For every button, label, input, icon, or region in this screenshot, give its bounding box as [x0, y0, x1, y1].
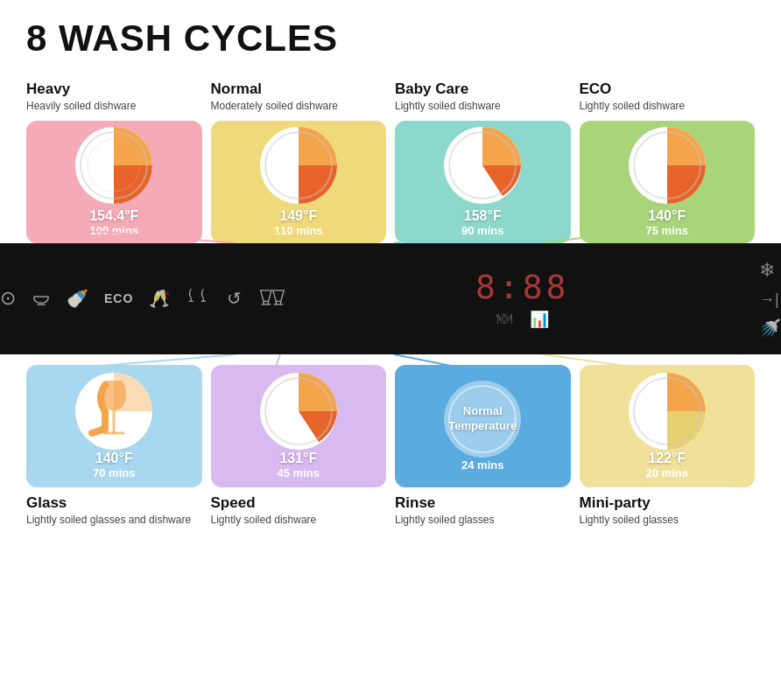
cycle-eco: ECO Lightly soiled dishware 140°F 75 min… [580, 80, 756, 243]
cycle-baby-label: Baby Care [395, 80, 571, 98]
plate-glass [74, 372, 153, 451]
cycle-glass-time: 70 mins [93, 466, 135, 480]
plate-rinse: NormalTemperature [443, 380, 522, 458]
wine-glasses-icon[interactable] [186, 287, 211, 311]
panel-left-icons: ⊙ 🍼 ECO 🥂 [0, 287, 285, 311]
page: 8 WASH CYCLES Heavy Heavily soiled dishw… [0, 0, 781, 536]
svg-line-23 [92, 354, 236, 367]
plate-normal [259, 126, 338, 205]
cycle-eco-desc: Lightly soiled dishware [580, 100, 756, 114]
cycle-speed: 131°F 45 mins Speed Lightly soiled dishw… [211, 365, 387, 528]
indicator-1: 🍽 [496, 310, 512, 329]
cycle-glass: 140°F 70 mins Glass Lightly soiled glass… [26, 365, 202, 528]
glass-icon[interactable]: 🥂 [149, 288, 171, 309]
cycle-heavy-temp: 154.4°F [89, 208, 138, 224]
cycle-heavy-visual: 154.4°F 100 mins [26, 121, 202, 243]
cycle-speed-desc: Lightly soiled dishware [211, 514, 387, 528]
cycle-glass-visual: 140°F 70 mins [26, 365, 202, 487]
plate-baby [443, 126, 522, 205]
cycle-eco-label: ECO [580, 80, 756, 98]
indicator-2: 📊 [530, 310, 549, 329]
plate-miniparty [628, 372, 707, 451]
svg-line-9 [92, 231, 236, 243]
cycle-rinse-label: Rinse [395, 494, 571, 512]
cycle-baby-visual: 158°F 90 mins [395, 121, 571, 243]
cycle-normal: Normal Moderately soiled dishware 149°F … [211, 80, 387, 243]
cycle-normal-desc: Moderately soiled dishware [211, 100, 387, 114]
svg-line-10 [276, 231, 280, 243]
cycle-eco-temp: 140°F [648, 208, 686, 224]
cycle-eco-visual: 140°F 75 mins [580, 121, 756, 243]
cycle-miniparty-visual: 122°F 20 mins [580, 365, 756, 487]
cycle-speed-time: 45 mins [278, 466, 320, 480]
cycle-heavy-label: Heavy [26, 80, 202, 98]
cycle-glass-temp: 140°F [95, 451, 133, 466]
bowl-icon[interactable] [32, 287, 51, 311]
top-cycles-row: Heavy Heavily soiled dishware 154.4°F 10… [26, 80, 755, 243]
cycle-miniparty-label: Mini-party [580, 494, 756, 512]
rinse-icon[interactable]: ↺ [227, 288, 242, 309]
top-connectors [0, 231, 781, 243]
cycle-baby-desc: Lightly soiled dishware [395, 100, 571, 114]
panel-wrapper: ⊙ 🍼 ECO 🥂 [0, 243, 781, 354]
panel-time-display: 8:88 [475, 268, 570, 306]
cycle-normal-label: Normal [211, 80, 387, 98]
cycle-speed-visual: 131°F 45 mins [211, 365, 387, 487]
plate-eco [628, 126, 707, 205]
cycle-miniparty-desc: Lightly soiled glasses [580, 514, 756, 528]
svg-line-11 [394, 231, 455, 243]
cycle-miniparty-temp: 122°F [648, 451, 686, 466]
svg-line-25 [394, 354, 455, 367]
cycle-rinse-desc: Lightly soiled glasses [395, 514, 571, 528]
cycle-heavy-desc: Heavily soiled dishware [26, 100, 202, 114]
cycle-rinse-time: 24 mins [461, 458, 503, 472]
arrow-in-icon[interactable]: →| [759, 290, 779, 309]
cycle-normal-temp: 149°F [279, 208, 317, 224]
cups-icon[interactable] [257, 287, 285, 311]
eco-label[interactable]: ECO [104, 291, 133, 305]
spray-icon[interactable]: ❄ [759, 259, 775, 282]
faucet-icon[interactable]: 🚿 [759, 318, 781, 339]
plate-speed [259, 372, 338, 451]
bottom-connectors [0, 354, 781, 367]
cycle-speed-label: Speed [211, 494, 387, 512]
page-title: 8 WASH CYCLES [26, 18, 755, 60]
plate-heavy [74, 126, 153, 205]
svg-line-12 [543, 231, 630, 243]
cycle-glass-desc: Lightly soiled glasses and dishware [26, 514, 202, 528]
svg-line-26 [543, 354, 630, 367]
bottom-cycles-row: 140°F 70 mins Glass Lightly soiled glass… [26, 354, 755, 528]
cycle-heavy: Heavy Heavily soiled dishware 154.4°F 10… [26, 80, 202, 243]
cycle-rinse-visual: NormalTemperature 24 mins [395, 365, 571, 487]
pot-icon[interactable]: ⊙ [0, 287, 16, 310]
cycle-rinse: NormalTemperature 24 mins Rinse Lightly … [395, 365, 571, 528]
cycle-miniparty: 122°F 20 mins Mini-party Lightly soiled … [580, 365, 756, 528]
cycle-baby-temp: 158°F [464, 208, 502, 224]
bottle-icon[interactable]: 🍼 [67, 288, 88, 309]
cycle-miniparty-time: 20 mins [646, 466, 688, 480]
cycle-speed-temp: 131°F [279, 451, 317, 466]
cycle-normal-visual: 149°F 110 mins [211, 121, 387, 243]
control-panel: ⊙ 🍼 ECO 🥂 [0, 243, 781, 354]
cycle-glass-label: Glass [26, 494, 202, 512]
cycle-baby: Baby Care Lightly soiled dishware 158°F … [395, 80, 571, 243]
panel-right-controls: ❄ →| 🚿 [759, 259, 781, 339]
svg-line-24 [276, 354, 280, 367]
